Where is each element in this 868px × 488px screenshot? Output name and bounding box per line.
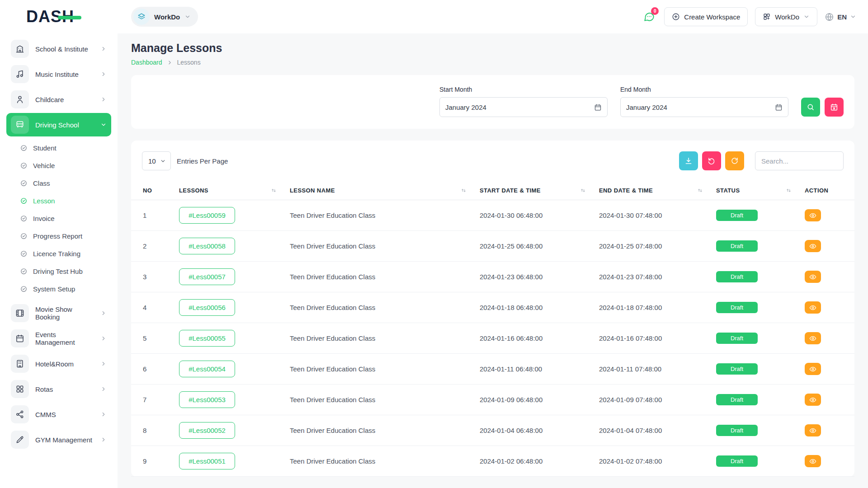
column-header-start-date[interactable]: START DATE & TIME xyxy=(473,181,593,200)
lesson-code-badge[interactable]: #Less00057 xyxy=(179,268,235,285)
column-header-lesson-name[interactable]: LESSON NAME xyxy=(283,181,473,200)
chevron-down-icon xyxy=(803,14,810,20)
cell-no: 6 xyxy=(131,354,173,385)
sidebar-subitem-label: Progress Report xyxy=(33,232,82,240)
sidebar-item-cmms[interactable]: CMMS xyxy=(6,403,111,426)
view-lesson-button[interactable] xyxy=(805,455,821,467)
brand-logo[interactable]: DASH xyxy=(0,0,118,33)
chat-count-badge: 0 xyxy=(651,7,659,15)
breadcrumb-dashboard-link[interactable]: Dashboard xyxy=(131,59,162,66)
lesson-code-badge[interactable]: #Less00052 xyxy=(179,422,235,439)
workdo-menu-button[interactable]: WorkDo xyxy=(755,7,817,26)
sidebar-item-music-institute[interactable]: Music Institute xyxy=(6,62,111,86)
badge-circle-icon xyxy=(20,267,28,275)
sidebar-subitem-driving-test-hub[interactable]: Driving Test Hub xyxy=(6,263,111,280)
table-row: 3 #Less00057 Teen Driver Education Class… xyxy=(131,262,854,292)
lesson-code-badge[interactable]: #Less00055 xyxy=(179,330,235,347)
lesson-code-badge[interactable]: #Less00056 xyxy=(179,299,235,316)
sidebar-item-events-management[interactable]: Events Management xyxy=(6,327,111,350)
view-lesson-button[interactable] xyxy=(805,394,821,406)
table-row: 9 #Less00051 Teen Driver Education Class… xyxy=(131,446,854,477)
view-lesson-button[interactable] xyxy=(805,301,821,314)
sidebar-item-childcare[interactable]: Childcare xyxy=(6,88,111,111)
sidebar-item-hotel-room[interactable]: Hotel&Room xyxy=(6,352,111,375)
column-header-status[interactable]: STATUS xyxy=(710,181,798,200)
column-header-lessons[interactable]: LESSONS xyxy=(173,181,283,200)
lesson-code-badge[interactable]: #Less00051 xyxy=(179,453,235,469)
chat-button[interactable]: 0 xyxy=(642,9,657,24)
end-month-label: End Month xyxy=(620,86,788,93)
sidebar-item-driving-school[interactable]: Driving School xyxy=(6,113,111,136)
chevron-down-icon xyxy=(160,158,166,164)
entries-per-page-select[interactable]: 10 xyxy=(142,151,171,170)
end-month-input[interactable]: January 2024 xyxy=(620,97,788,117)
sidebar-subitem-progress-report[interactable]: Progress Report xyxy=(6,227,111,245)
cell-end-date: 2024-01-16 07:48:00 xyxy=(593,323,710,354)
create-workspace-button[interactable]: Create Workspace xyxy=(664,7,748,26)
status-badge: Draft xyxy=(716,455,758,467)
refresh-button[interactable] xyxy=(725,151,744,170)
topbar-actions: 0 Create Workspace WorkDo EN xyxy=(642,7,856,26)
sort-icon[interactable] xyxy=(460,187,467,194)
lesson-code-badge[interactable]: #Less00054 xyxy=(179,361,235,377)
cell-no: 4 xyxy=(131,292,173,323)
calendar-icon xyxy=(594,103,602,111)
sidebar-subitem-label: System Setup xyxy=(33,285,75,293)
language-selector[interactable]: EN xyxy=(825,12,856,22)
search-input[interactable] xyxy=(755,151,844,170)
sidebar-item-gym-management[interactable]: GYM Management xyxy=(6,428,111,451)
view-lesson-button[interactable] xyxy=(805,363,821,375)
view-lesson-button[interactable] xyxy=(805,240,821,252)
export-button[interactable] xyxy=(679,151,698,170)
sidebar-subitem-vehicle[interactable]: Vehicle xyxy=(6,157,111,174)
cell-start-date: 2024-01-04 06:48:00 xyxy=(473,415,593,446)
music-note-icon xyxy=(11,65,29,83)
cell-start-date: 2024-01-25 06:48:00 xyxy=(473,231,593,262)
undo-button[interactable] xyxy=(702,151,721,170)
page-content: Manage Lessons Dashboard Lessons Start M… xyxy=(118,33,868,488)
view-lesson-button[interactable] xyxy=(805,271,821,283)
lesson-code-badge[interactable]: #Less00058 xyxy=(179,238,235,254)
lesson-code-badge[interactable]: #Less00059 xyxy=(179,207,235,224)
workspace-switcher[interactable]: WorkDo xyxy=(131,7,198,27)
status-badge: Draft xyxy=(716,425,758,436)
cell-lesson-name: Teen Driver Education Class xyxy=(283,262,473,292)
sidebar-subitem-system-setup[interactable]: System Setup xyxy=(6,280,111,298)
sidebar-item-school-institute[interactable]: School & Institute xyxy=(6,37,111,61)
lessons-table-body: 1 #Less00059 Teen Driver Education Class… xyxy=(131,200,854,477)
sidebar-item-movie-show-booking[interactable]: Movie Show Booking xyxy=(6,301,111,325)
sort-icon[interactable] xyxy=(697,187,703,194)
status-badge: Draft xyxy=(716,240,758,252)
cell-lesson-name: Teen Driver Education Class xyxy=(283,385,473,415)
sidebar-item-label: Hotel&Room xyxy=(35,360,94,368)
sidebar-subitem-student[interactable]: Student xyxy=(6,139,111,157)
lesson-code-badge[interactable]: #Less00053 xyxy=(179,391,235,408)
reset-filter-button[interactable] xyxy=(825,98,844,117)
status-badge: Draft xyxy=(716,363,758,375)
sidebar-subitem-lesson[interactable]: Lesson xyxy=(6,192,111,210)
apply-filter-button[interactable] xyxy=(801,98,820,117)
sidebar-item-rotas[interactable]: Rotas xyxy=(6,377,111,401)
view-lesson-button[interactable] xyxy=(805,209,821,221)
topbar: WorkDo 0 Create Workspace WorkDo xyxy=(118,0,868,33)
sidebar-subitem-invoice[interactable]: Invoice xyxy=(6,210,111,227)
cell-end-date: 2024-01-02 07:48:00 xyxy=(593,446,710,477)
sidebar-subitem-class[interactable]: Class xyxy=(6,174,111,192)
sort-icon[interactable] xyxy=(580,187,586,194)
start-month-input[interactable]: January 2024 xyxy=(439,97,608,117)
view-lesson-button[interactable] xyxy=(805,332,821,344)
cell-lesson-name: Teen Driver Education Class xyxy=(283,415,473,446)
chevron-right-icon xyxy=(100,46,107,52)
filter-card: Start Month January 2024 End Month Janua… xyxy=(131,75,854,129)
status-badge: Draft xyxy=(716,271,758,282)
sidebar-subitem-licence-traking[interactable]: Licence Traking xyxy=(6,245,111,263)
table-row: 5 #Less00055 Teen Driver Education Class… xyxy=(131,323,854,354)
sort-icon[interactable] xyxy=(785,187,792,194)
column-header-end-date[interactable]: END DATE & TIME xyxy=(593,181,710,200)
sort-icon[interactable] xyxy=(270,187,277,194)
plus-circle-icon xyxy=(672,13,680,21)
grid-plus-icon xyxy=(763,13,771,21)
column-header-no[interactable]: NO xyxy=(131,181,173,200)
entries-per-page-value: 10 xyxy=(148,157,156,165)
view-lesson-button[interactable] xyxy=(805,424,821,436)
